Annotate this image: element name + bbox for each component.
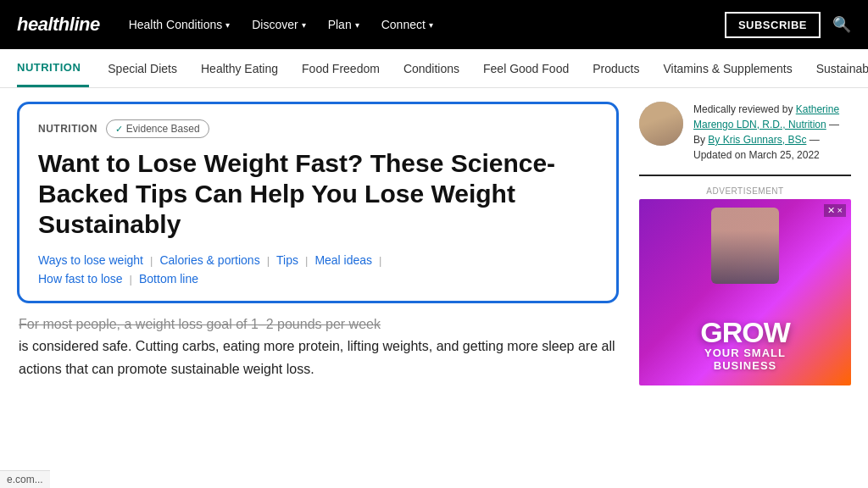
chevron-down-icon: ▾	[355, 20, 359, 30]
byline-dash2: —	[810, 134, 820, 146]
byline-by: by	[782, 103, 796, 115]
byline-text: Medically reviewed by Katherine Marengo …	[693, 102, 851, 163]
sec-nav-feel-good-food[interactable]: Feel Good Food	[471, 49, 581, 87]
avatar-image	[639, 102, 683, 146]
sec-nav-products[interactable]: Products	[581, 49, 651, 87]
toc-separator: |	[267, 254, 270, 267]
article-card: NUTRITION ✓ Evidence Based Want to Lose …	[17, 102, 619, 303]
toc-link-meal-ideas[interactable]: Meal ideas	[314, 253, 372, 267]
toc-link-calories[interactable]: Calories & portions	[159, 253, 259, 267]
table-of-contents: Ways to lose weight | Calories & portion…	[38, 253, 598, 287]
sec-nav-conditions[interactable]: Conditions	[392, 49, 471, 87]
evidence-badge: ✓ Evidence Based	[106, 119, 209, 138]
sidebar: Medically reviewed by Katherine Marengo …	[639, 102, 851, 474]
nav-item-discover[interactable]: Discover ▾	[243, 11, 314, 38]
chevron-down-icon: ▾	[225, 20, 230, 30]
sec-nav-healthy-eating[interactable]: Healthy Eating	[189, 49, 290, 87]
card-top: NUTRITION ✓ Evidence Based	[38, 119, 598, 138]
author-link[interactable]: By Kris Gunnars, BSc	[708, 134, 806, 146]
ad-person-image	[711, 208, 779, 284]
main-content-area: NUTRITION ✓ Evidence Based Want to Lose …	[0, 88, 868, 488]
secondary-navigation: NUTRITION Special Diets Healthy Eating F…	[0, 49, 868, 88]
sec-nav-special-diets[interactable]: Special Diets	[96, 49, 189, 87]
toc-row-2: How fast to lose | Bottom line	[38, 272, 598, 286]
toc-separator: |	[379, 254, 381, 267]
medically-reviewed-label: Medically reviewed	[693, 103, 779, 115]
ad-grow-text: GROW	[700, 318, 790, 347]
checkmark-icon: ✓	[115, 124, 123, 135]
search-icon[interactable]: 🔍	[832, 15, 851, 34]
body-text-content: is considered safe. Cutting carbs, eatin…	[19, 339, 615, 375]
url-bar: e.com...	[0, 470, 50, 488]
ad-sub-text-2: BUSINESS	[714, 359, 776, 372]
byline-dash: —	[829, 119, 839, 130]
article-title: Want to Lose Weight Fast? These Science-…	[38, 148, 598, 240]
subscribe-button[interactable]: SUBSCRIBE	[725, 12, 821, 38]
main-nav-items: Health Conditions ▾ Discover ▾ Plan ▾ Co…	[120, 11, 704, 38]
toc-link-bottom-line[interactable]: Bottom line	[139, 272, 198, 286]
top-navigation: healthline Health Conditions ▾ Discover …	[0, 0, 868, 49]
sec-nav-vitamins[interactable]: Vitamins & Supplements	[651, 49, 804, 87]
ad-sub-text-1: YOUR SMALL	[704, 347, 786, 359]
byline-author-by: By	[693, 134, 708, 146]
toc-link-tips[interactable]: Tips	[276, 253, 298, 267]
toc-link-how-fast[interactable]: How fast to lose	[38, 272, 123, 286]
chevron-down-icon: ▾	[429, 20, 433, 30]
nutrition-active-tab[interactable]: NUTRITION	[17, 49, 89, 87]
site-logo[interactable]: healthline	[17, 14, 100, 36]
nav-item-connect[interactable]: Connect ▾	[373, 11, 442, 38]
ad-close-button[interactable]: ✕ ×	[824, 204, 846, 217]
toc-link-ways[interactable]: Ways to lose weight	[38, 253, 143, 267]
nav-item-plan[interactable]: Plan ▾	[320, 11, 368, 38]
body-paragraph-1: For most people, a weight loss goal of 1…	[19, 313, 617, 380]
updated-label: Updated on March 25, 2022	[693, 149, 820, 161]
strikethrough-text: For most people, a weight loss goal of 1…	[19, 317, 381, 331]
chevron-down-icon: ▾	[302, 20, 306, 30]
byline-divider	[639, 175, 851, 176]
nav-right-actions: SUBSCRIBE 🔍	[725, 12, 851, 38]
toc-separator: |	[130, 273, 132, 286]
toc-row-1: Ways to lose weight | Calories & portion…	[38, 253, 598, 267]
nav-item-health-conditions[interactable]: Health Conditions ▾	[120, 11, 239, 38]
toc-separator: |	[150, 254, 153, 267]
advertisement-box[interactable]: ✕ × GROW YOUR SMALL BUSINESS	[639, 199, 851, 385]
article-body: For most people, a weight loss goal of 1…	[17, 313, 619, 380]
article-area: NUTRITION ✓ Evidence Based Want to Lose …	[17, 102, 619, 474]
ad-label: ADVERTISEMENT	[639, 186, 851, 196]
evidence-badge-label: Evidence Based	[126, 123, 200, 135]
article-category: NUTRITION	[38, 123, 97, 135]
toc-separator: |	[305, 254, 308, 267]
avatar	[639, 102, 683, 146]
byline-section: Medically reviewed by Katherine Marengo …	[639, 102, 851, 163]
sec-nav-food-freedom[interactable]: Food Freedom	[290, 49, 392, 87]
sec-nav-sustainability[interactable]: Sustainability	[804, 49, 868, 87]
